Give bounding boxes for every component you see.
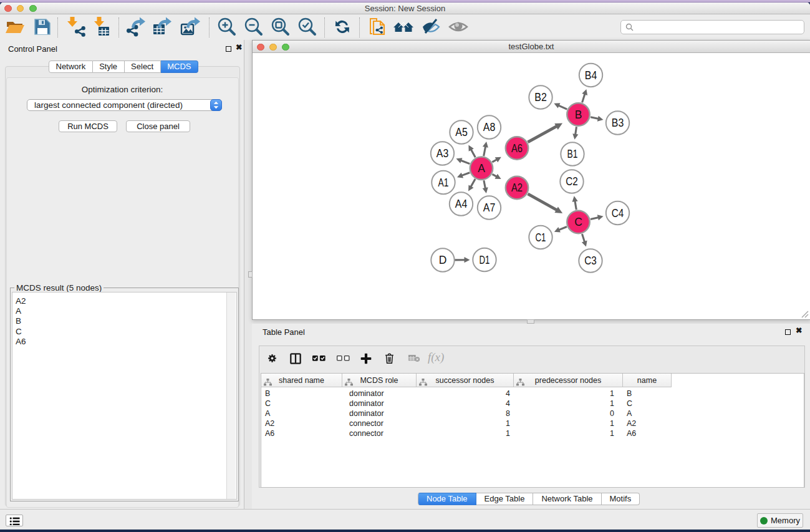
svg-text:A8: A8 — [483, 121, 496, 133]
svg-text:A4: A4 — [455, 198, 468, 210]
svg-text:B2: B2 — [534, 91, 547, 104]
svg-text:A: A — [478, 162, 485, 175]
svg-text:A2: A2 — [511, 181, 523, 194]
svg-text:A3: A3 — [436, 147, 449, 160]
svg-text:B4: B4 — [585, 69, 597, 82]
svg-text:D1: D1 — [480, 254, 490, 266]
svg-text:C: C — [574, 216, 582, 228]
svg-text:C2: C2 — [566, 175, 578, 188]
svg-text:C3: C3 — [584, 254, 597, 267]
svg-text:A7: A7 — [483, 201, 496, 214]
svg-text:B: B — [575, 109, 582, 121]
svg-text:A5: A5 — [455, 126, 468, 138]
svg-text:A1: A1 — [438, 177, 449, 189]
svg-text:B1: B1 — [567, 148, 578, 160]
svg-text:C1: C1 — [536, 231, 546, 244]
svg-text:C4: C4 — [612, 207, 624, 220]
svg-text:B3: B3 — [612, 117, 624, 129]
svg-text:A6: A6 — [511, 142, 523, 155]
svg-text:D: D — [439, 254, 447, 266]
